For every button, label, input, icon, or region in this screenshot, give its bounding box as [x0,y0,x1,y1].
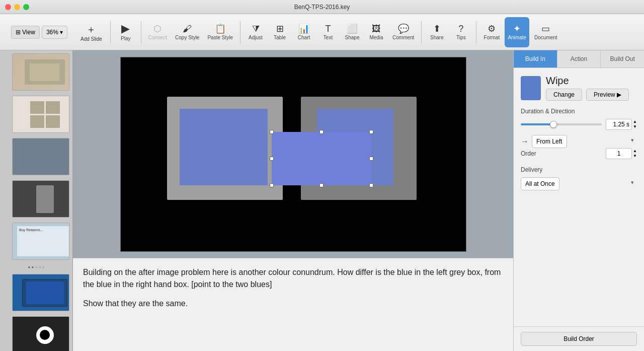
thumb-bg-14 [13,317,69,351]
handle-tl[interactable] [270,130,274,134]
document-button[interactable]: ▭ Document [531,17,560,47]
slide-thumb-12[interactable]: ▶ Buy Reasons... [12,223,69,260]
play-button[interactable]: ▶ Play [115,17,137,47]
slide-row-13: 13 [0,272,72,313]
zoom-control[interactable]: 36% ▾ [42,26,67,39]
direction-row: → From Left [521,135,637,148]
animate-icon: ✦ [513,24,521,33]
build-header: Wipe Change Preview ▶ [521,75,637,101]
separator-5 [476,21,476,43]
minimize-button[interactable] [14,4,20,10]
arrow-right-icon: → [521,137,529,146]
handle-bm[interactable] [319,183,324,187]
tab-build-in[interactable]: Build In [514,50,557,67]
document-icon: ▭ [541,24,550,33]
build-actions: Change Preview ▶ [546,89,629,101]
chart-button[interactable]: 📊 Chart [293,17,315,47]
order-down[interactable]: ▼ [633,154,637,159]
adjust-icon: ⧩ [252,24,260,33]
slide-row-8: 8 [0,51,72,93]
duration-stepper[interactable]: ▲ ▼ [633,119,637,129]
delivery-select[interactable]: All at Once [521,177,559,190]
slide-content [120,57,466,252]
handle-tm[interactable] [319,130,324,134]
panel-tabs: Build In Action Build Out [514,50,644,68]
paste-style-button[interactable]: 📋 Paste Style [204,17,236,47]
format-icon: ⚙ [488,24,496,33]
duration-slider[interactable] [521,123,602,125]
preview-button[interactable]: Preview ▶ [586,89,629,101]
add-icon: ＋ [86,23,96,36]
view-label: View [22,29,35,36]
separator-2 [141,21,141,43]
order-up[interactable]: ▲ [633,149,637,154]
canvas-area: Building on the after image problem here… [73,50,513,351]
slide-thumb-11[interactable] [12,180,69,218]
animate-button[interactable]: ✦ Animate [505,17,529,47]
comment-button[interactable]: 💬 Comment [389,17,417,47]
table-icon: ⊞ [276,24,284,33]
direction-select[interactable]: From Left [532,135,567,148]
document-label: Document [534,35,557,40]
view-button[interactable]: ⊞ View [11,26,40,39]
slide-row-14: 14 [0,314,72,351]
titlebar: BenQ-TPS-2016.key [0,0,644,14]
order-input[interactable] [606,148,632,159]
slide-row-9: 9 [0,94,72,135]
share-icon: ⬆ [433,24,441,33]
close-button[interactable] [5,4,11,10]
duration-up[interactable]: ▲ [633,119,637,124]
animation-info: Wipe Change Preview ▶ [546,75,629,101]
table-button[interactable]: ⊞ Table [269,17,291,47]
duration-input[interactable] [606,119,632,130]
text-button[interactable]: T Text [317,17,339,47]
add-slide-button[interactable]: ＋ Add Slide [76,17,106,47]
share-button[interactable]: ⬆ Share [426,17,448,47]
shape-button[interactable]: ⬜ Shape [341,17,363,47]
adjust-label: Adjust [249,35,263,40]
slide-thumb-8[interactable] [12,53,69,91]
selected-shape[interactable] [272,132,371,185]
connect-button[interactable]: ⬡ Connect [145,17,170,47]
slide-row-11: 11 [0,178,72,220]
slide-thumb-9[interactable] [12,96,69,133]
dots-12: ● ● ○ ○ ○ [0,263,72,271]
adjust-button[interactable]: ⧩ Adjust [245,17,267,47]
media-button[interactable]: 🖼 Media [365,17,387,47]
panel-footer: Build Order [514,326,644,351]
share-label: Share [430,35,444,40]
handle-mr[interactable] [369,157,373,161]
separator-3 [240,21,240,43]
delivery-row: All at Once [521,177,637,190]
handle-br[interactable] [369,183,373,187]
tips-button[interactable]: ? Tips [450,17,472,47]
connect-label: Connect [148,35,167,40]
slider-row: ▲ ▼ [521,119,637,130]
handle-ml[interactable] [270,157,274,161]
build-order-button[interactable]: Build Order [521,332,637,346]
order-stepper[interactable]: ▲ ▼ [633,149,637,158]
format-button[interactable]: ⚙ Format [480,17,503,47]
duration-value-wrapper: ▲ ▼ [606,119,637,130]
maximize-button[interactable] [23,4,29,10]
slide-thumb-13[interactable] [12,274,69,311]
right-panel: Build In Action Build Out Wipe Change Pr… [513,50,644,351]
handle-bl[interactable] [270,183,274,187]
duration-down[interactable]: ▼ [633,124,637,129]
slide-thumb-10[interactable] [12,138,69,175]
grid-icon: ⊞ [16,29,21,36]
chart-icon: 📊 [298,24,309,33]
tab-build-out[interactable]: Build Out [601,50,644,67]
handle-tr[interactable] [369,130,373,134]
slide-canvas[interactable] [73,50,513,258]
slider-thumb[interactable] [550,121,557,128]
slide-row-10: 10 [0,136,72,177]
notes-text-2: Show that they are the same. [83,298,503,310]
slide-thumb-14[interactable] [12,316,69,351]
window-title: BenQ-TPS-2016.key [294,4,350,11]
window-buttons [5,4,29,10]
tab-action[interactable]: Action [557,50,601,67]
chart-label: Chart [298,35,310,40]
change-button[interactable]: Change [546,89,582,101]
copy-style-button[interactable]: 🖌 Copy Style [172,17,202,47]
